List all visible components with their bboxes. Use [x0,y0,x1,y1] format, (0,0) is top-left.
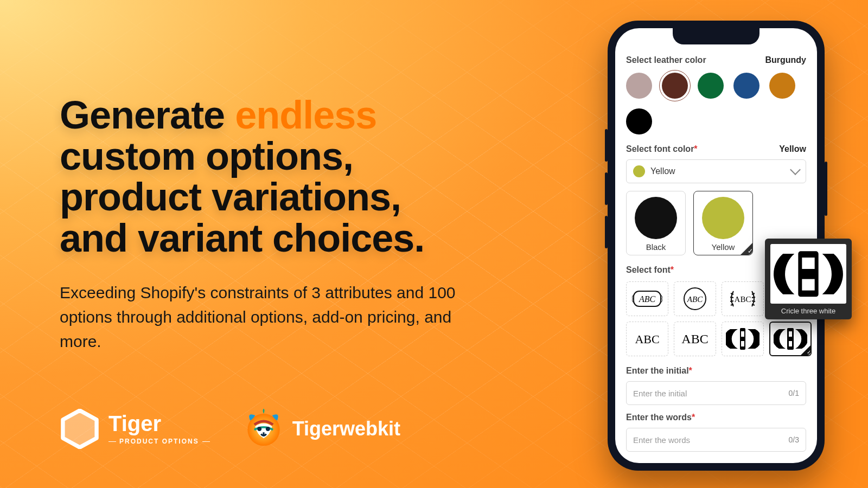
initial-section-header: Enter the initial* [626,366,806,376]
svg-rect-25 [787,269,795,279]
font-option-split-ab[interactable] [722,322,764,356]
svg-text:ABC: ABC [735,295,751,304]
headline-part: custom options, [60,134,353,178]
svg-text:ABC: ABC [639,294,656,304]
svg-rect-20 [781,337,784,341]
font-option-laurel-abc[interactable]: ABC [722,281,764,316]
headline-accent: endless [235,93,376,137]
color-circle-icon [635,197,677,239]
words-label: Enter the words* [626,413,695,422]
logo-tiger-tagline: PRODUCT OPTIONS [108,438,210,445]
color-circle-icon [702,197,744,239]
leather-swatch[interactable] [698,73,724,99]
svg-rect-16 [741,341,744,346]
chevron-down-icon [790,164,801,175]
svg-point-3 [257,427,261,431]
svg-rect-23 [802,258,814,269]
leather-swatch[interactable] [662,73,688,99]
fontcolor-tile-label: Black [646,242,666,252]
logo-twk-brand: Tigerwebkit [292,418,400,440]
svg-rect-15 [741,331,744,337]
initial-placeholder: Enter the initial [633,389,687,398]
fontcolor-tile[interactable]: Yellow [693,191,753,255]
words-input[interactable]: Enter the words 0/3 [626,428,806,452]
marketing-copy: Generate endless custom options, product… [60,95,483,354]
headline-part: Generate [60,93,235,137]
font-option-script-abc[interactable]: ABC [674,322,716,356]
fontcolor-tile-label: Yellow [712,242,735,252]
svg-point-4 [266,427,270,431]
leather-swatch[interactable] [626,73,652,99]
fontcolor-dot-icon [633,165,645,177]
promo-canvas: Generate endless custom options, product… [0,0,868,488]
words-count: 0/3 [789,435,799,444]
font-option-frame-abc[interactable]: ABC [626,281,668,316]
fontcolor-select-label: Yellow [650,166,675,176]
svg-rect-19 [789,341,792,346]
fontcolor-label: Select font color* [626,144,698,154]
leather-swatch[interactable] [733,73,760,99]
font-preview-popover: Cricle three white [765,239,852,319]
svg-text:ABC: ABC [681,332,708,346]
font-option-plain-abc[interactable]: ABC [626,322,668,356]
logo-tiger-product-options: Tiger PRODUCT OPTIONS [60,409,210,449]
logo-tigerwebkit: Tigerwebkit [242,408,400,450]
leather-value: Burgundy [765,55,806,65]
initial-input[interactable]: Enter the initial 0/1 [626,381,806,405]
phone-notch [673,28,760,44]
initial-count: 0/1 [789,389,799,397]
headline: Generate endless custom options, product… [60,95,483,259]
headline-part: and variant choices. [60,216,424,260]
subheadline: Exceeding Shopify's constraints of 3 att… [60,280,461,354]
fontcolor-section-header: Select font color* Yellow [626,144,806,154]
font-label: Select font* [626,265,674,275]
svg-text:ABC: ABC [635,332,659,346]
words-section-header: Enter the words* [626,413,806,422]
svg-text:ABC: ABC [687,295,703,304]
leather-swatch[interactable] [626,108,652,134]
svg-rect-26 [821,269,829,279]
leather-section-header: Select leather color Burgundy [626,55,806,65]
hexagon-icon [60,409,100,449]
font-preview-thumb [770,244,846,304]
svg-rect-18 [789,331,792,337]
font-option-circle-abc[interactable]: ABC [674,281,716,316]
tiger-head-icon [242,408,285,450]
leather-swatch[interactable] [769,73,795,99]
fontcolor-tile[interactable]: Black [626,191,686,255]
svg-rect-24 [802,279,814,290]
headline-part: product variations, [60,175,401,219]
words-placeholder: Enter the words [633,435,690,445]
logo-row: Tiger PRODUCT OPTIONS [60,408,400,450]
fontcolor-select[interactable]: Yellow [626,159,806,183]
initial-label: Enter the initial* [626,366,692,376]
fontcolor-value: Yellow [779,144,806,154]
svg-rect-21 [796,337,800,341]
font-preview-caption: Cricle three white [781,307,835,315]
leather-swatches [626,73,806,134]
leather-label: Select leather color [626,55,706,65]
font-option-circle-abc-bold[interactable] [769,322,812,356]
logo-tiger-brand: Tiger [108,413,210,434]
